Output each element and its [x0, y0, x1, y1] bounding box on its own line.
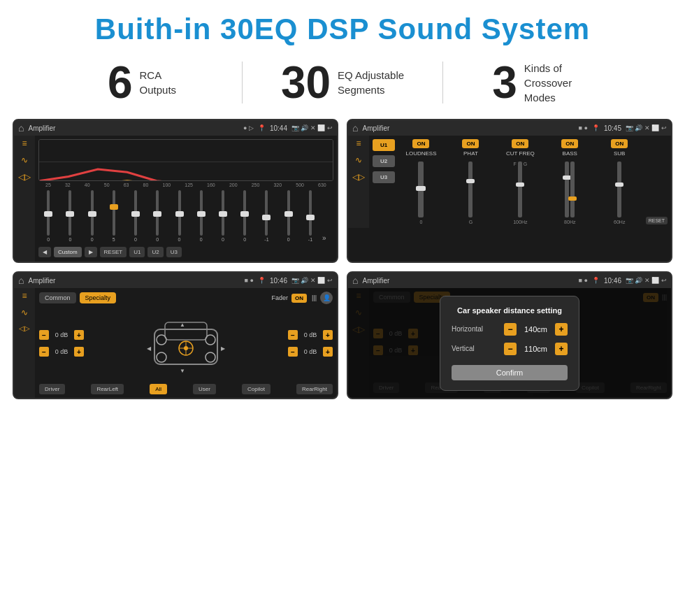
- eq-icon-3[interactable]: ≡: [22, 291, 27, 301]
- db4-plus[interactable]: +: [323, 347, 333, 357]
- sub-slider[interactable]: [617, 162, 621, 217]
- screen-eq: ⌂ Amplifier ● ▷ 📍 10:44 📷 🔊 ✕ ⬜ ↩ ≡ ∿ ◁▷: [13, 119, 338, 263]
- status-time-4: 10:46: [604, 277, 621, 285]
- db4-minus[interactable]: −: [288, 347, 298, 357]
- phat-toggle[interactable]: ON: [462, 139, 479, 148]
- home-icon-3[interactable]: ⌂: [18, 275, 24, 286]
- u3-select-button[interactable]: U3: [373, 171, 395, 183]
- u2-select-button[interactable]: U2: [373, 155, 395, 167]
- eq-slider-0[interactable]: 0: [38, 190, 58, 242]
- u1-button[interactable]: U1: [129, 247, 145, 257]
- status-icons-4: ■ ●: [579, 277, 588, 284]
- user-button[interactable]: User: [193, 384, 216, 394]
- speaker-icon[interactable]: ◁▷: [18, 172, 31, 182]
- u2-button[interactable]: U2: [147, 247, 163, 257]
- common-tab[interactable]: Common: [39, 292, 76, 303]
- eq-slider-3[interactable]: 5: [104, 190, 124, 242]
- svg-point-13: [184, 346, 188, 350]
- vertical-minus[interactable]: −: [504, 343, 517, 355]
- home-icon-4[interactable]: ⌂: [352, 275, 358, 286]
- db4-value: 0 dB: [301, 348, 320, 355]
- eq-slider-4[interactable]: 0: [126, 190, 145, 242]
- eq-slider-8[interactable]: 0: [213, 190, 233, 242]
- eq-slider-1[interactable]: 0: [60, 190, 80, 242]
- vertical-plus[interactable]: +: [555, 343, 568, 355]
- eq-slider-7[interactable]: 0: [192, 190, 211, 242]
- play-button[interactable]: ▶: [85, 247, 97, 257]
- status-bar-3: ⌂ Amplifier ■ ● 📍 10:46 📷 🔊 ✕ ⬜ ↩: [14, 273, 337, 288]
- db1-minus[interactable]: −: [39, 330, 49, 340]
- status-bar-2: ⌂ Amplifier ■ ● 📍 10:45 📷 🔊 ✕ ⬜ ↩: [348, 120, 671, 136]
- more-icon[interactable]: »: [322, 234, 333, 242]
- speaker-icon-3[interactable]: ◁▷: [19, 324, 30, 332]
- specialty-tab[interactable]: Specialty: [80, 292, 117, 303]
- db3-minus[interactable]: −: [288, 330, 298, 340]
- status-time-1: 10:44: [270, 124, 287, 132]
- rearleft-button[interactable]: RearLeft: [91, 384, 124, 394]
- db-control-1: − 0 dB +: [39, 330, 84, 340]
- home-icon-1[interactable]: ⌂: [18, 122, 24, 134]
- eq-slider-12[interactable]: -1: [301, 190, 320, 242]
- wave-icon[interactable]: ∿: [21, 155, 28, 165]
- loudness-toggle[interactable]: ON: [412, 139, 429, 148]
- eq-slider-11[interactable]: 0: [279, 190, 298, 242]
- copilot-button[interactable]: Copilot: [242, 384, 271, 394]
- crossover-sidebar: ≡ ∿ ◁▷: [348, 136, 369, 228]
- db2-minus[interactable]: −: [39, 347, 49, 357]
- status-title-2: Amplifier: [362, 124, 574, 132]
- db3-plus[interactable]: +: [323, 330, 333, 340]
- cutfreq-slider[interactable]: [518, 162, 522, 217]
- eq-slider-6[interactable]: 0: [169, 190, 189, 242]
- cutfreq-f-label: F: [513, 162, 516, 217]
- eq-slider-2[interactable]: 0: [82, 190, 101, 242]
- speaker-icon-2[interactable]: ◁▷: [352, 172, 365, 182]
- crossover-reset-button[interactable]: RESET: [646, 217, 668, 224]
- custom-button[interactable]: Custom: [54, 247, 82, 257]
- eq-slider-10[interactable]: -1: [257, 190, 276, 242]
- eq-bottom-bar: ◀ Custom ▶ RESET U1 U2 U3: [38, 245, 333, 259]
- db1-plus[interactable]: +: [74, 330, 84, 340]
- vertical-value: 110cm: [520, 345, 551, 353]
- stat-crossover: 3 Kinds ofCrossover Modes: [443, 60, 643, 105]
- phat-slider[interactable]: [468, 162, 473, 217]
- confirm-button[interactable]: Confirm: [452, 365, 568, 380]
- wave-icon-2[interactable]: ∿: [355, 155, 362, 165]
- all-button[interactable]: All: [150, 384, 167, 394]
- profile-icon[interactable]: 👤: [320, 292, 333, 304]
- bass-toggle[interactable]: ON: [561, 139, 578, 148]
- prev-button[interactable]: ◀: [38, 247, 51, 257]
- sub-toggle[interactable]: ON: [611, 139, 628, 148]
- fader-toggle[interactable]: ON: [291, 294, 307, 303]
- rearright-button[interactable]: RearRight: [296, 384, 333, 394]
- eq-slider-5[interactable]: 0: [147, 190, 167, 242]
- home-icon-2[interactable]: ⌂: [352, 122, 358, 134]
- reset-button[interactable]: RESET: [100, 247, 127, 257]
- phat-value: G: [469, 220, 473, 224]
- screen-body-3: ≡ ∿ ◁▷ Common Specialty Fader ON ||| 👤: [14, 288, 337, 398]
- cutfreq-label: CUT FREQ: [506, 150, 535, 157]
- loudness-label: LOUDNESS: [405, 150, 436, 157]
- sub-value: 60Hz: [614, 220, 625, 224]
- stats-row: 6 RCAOutputs 30 EQ AdjustableSegments 3 …: [0, 53, 685, 115]
- phat-label: PHAT: [463, 150, 478, 157]
- dialog-overlay: Car speaker distance setting Horizontal …: [348, 288, 671, 398]
- bass-slider-2[interactable]: [570, 162, 575, 217]
- u3-button[interactable]: U3: [166, 247, 182, 257]
- bass-module: ON BASS 80Hz: [547, 139, 593, 224]
- eq-icon[interactable]: ≡: [22, 138, 27, 148]
- sub-label: SUB: [614, 150, 625, 157]
- driver-button[interactable]: Driver: [39, 384, 65, 394]
- eq-icon-2[interactable]: ≡: [356, 138, 361, 148]
- loudness-slider-1[interactable]: [418, 162, 424, 217]
- db2-plus[interactable]: +: [74, 347, 84, 357]
- screens-grid: ⌂ Amplifier ● ▷ 📍 10:44 📷 🔊 ✕ ⬜ ↩ ≡ ∿ ◁▷: [0, 115, 685, 406]
- u1-select-button[interactable]: U1: [373, 139, 395, 151]
- wave-icon-3[interactable]: ∿: [21, 308, 28, 317]
- cutfreq-toggle[interactable]: ON: [512, 139, 528, 148]
- bass-slider-1[interactable]: [565, 162, 569, 217]
- svg-rect-0: [39, 140, 333, 181]
- eq-slider-9[interactable]: 0: [235, 190, 254, 242]
- status-time-3: 10:46: [270, 277, 287, 285]
- horizontal-minus[interactable]: −: [504, 323, 517, 336]
- horizontal-plus[interactable]: +: [555, 323, 568, 336]
